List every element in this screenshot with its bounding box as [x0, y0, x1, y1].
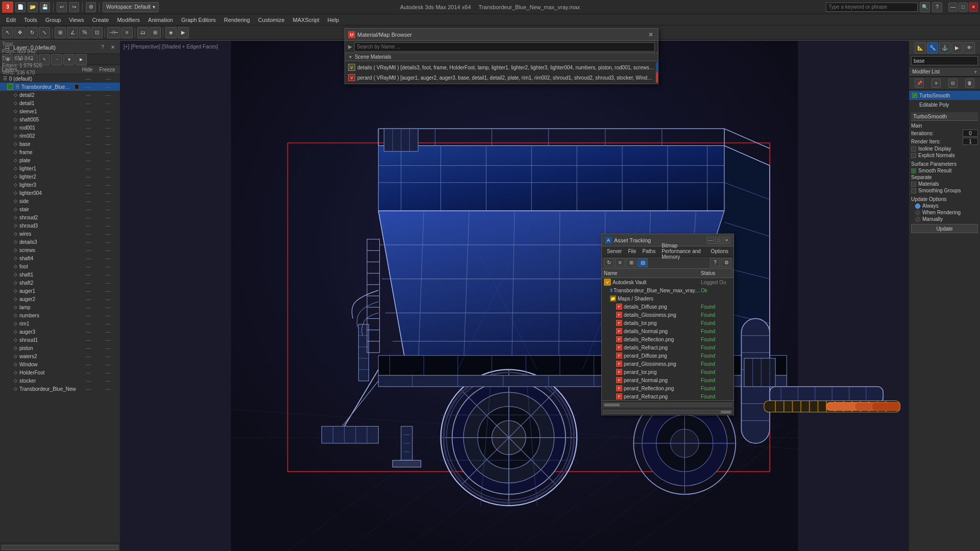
- list-item[interactable]: ◇ frame — —: [0, 148, 120, 156]
- list-item[interactable]: P details_lor.png Found: [602, 319, 733, 327]
- at-help-btn[interactable]: ?: [710, 258, 720, 267]
- list-item[interactable]: P details_Diffuse.png Found: [602, 303, 733, 311]
- list-item[interactable]: ◇ plate — —: [0, 156, 120, 164]
- list-item[interactable]: ◇ waiers2 — —: [0, 352, 120, 360]
- search-btn[interactable]: 🔍: [920, 2, 930, 12]
- at-scroll-thumb[interactable]: [604, 404, 620, 407]
- list-item[interactable]: ◇ detail2 — —: [0, 91, 120, 99]
- layer-help-btn[interactable]: ?: [99, 43, 107, 52]
- at-menu-server[interactable]: Server: [604, 246, 625, 257]
- list-item[interactable]: P details_Reflection.png Found: [602, 335, 733, 343]
- close-btn[interactable]: ✕: [969, 3, 978, 12]
- show-all-btn[interactable]: ≡: [932, 79, 941, 88]
- list-item[interactable]: ◇ shaft005 — —: [0, 115, 120, 123]
- at-folder-row[interactable]: 📁 Maps / Shaders: [602, 294, 733, 303]
- at-vertical-thumb[interactable]: [721, 411, 731, 414]
- list-item[interactable]: P perard_Diffuse.png Found: [602, 352, 733, 360]
- list-item[interactable]: ◇ numbers — —: [0, 311, 120, 319]
- list-item[interactable]: ◇ sleeve1 — —: [0, 107, 120, 115]
- menu-animation[interactable]: Animation: [144, 14, 177, 26]
- list-item[interactable]: ◇ screws — —: [0, 246, 120, 254]
- list-item[interactable]: ◇ rod001 — —: [0, 123, 120, 132]
- list-item[interactable]: ◇ lighter3 — —: [0, 181, 120, 189]
- viewport[interactable]: [+] [Perspective] [Shaded + Edged Faces]: [120, 41, 909, 551]
- menu-create[interactable]: Create: [88, 14, 113, 26]
- schematic-view-btn[interactable]: ⊞: [150, 27, 161, 38]
- list-item[interactable]: P details_Normal.png Found: [602, 327, 733, 335]
- delete-modifier-btn[interactable]: 🗑: [965, 79, 974, 88]
- modifier-list-dropdown[interactable]: ▾: [974, 69, 977, 74]
- render-iters-input[interactable]: [963, 138, 978, 145]
- at-scroll-bar[interactable]: [602, 400, 733, 408]
- material-browser-close-btn[interactable]: ✕: [647, 31, 655, 39]
- at-menu-options[interactable]: Options: [708, 246, 731, 257]
- undo-btn[interactable]: ↩: [57, 2, 67, 12]
- layer-visibility-check[interactable]: [7, 84, 13, 90]
- list-item[interactable]: ◇ lighter2 — —: [0, 172, 120, 181]
- when-rendering-radio[interactable]: [915, 210, 920, 215]
- list-item[interactable]: ◇ auger2 — —: [0, 295, 120, 303]
- list-item[interactable]: ◇ shaft2 — —: [0, 279, 120, 287]
- at-min-btn[interactable]: —: [707, 237, 714, 244]
- open-btn[interactable]: 📂: [28, 2, 38, 12]
- layer-expand-btn[interactable]: ▶: [76, 54, 87, 65]
- turbosmooth-modifier[interactable]: ✓ TurboSmooth: [909, 91, 980, 100]
- material-row[interactable]: V details ( VRayMtl ) [details3, foot, f…: [345, 62, 658, 72]
- at-menu-paths[interactable]: Paths: [640, 246, 659, 257]
- list-item[interactable]: ◇ wires — —: [0, 230, 120, 238]
- mirror-btn[interactable]: ⊣⊢: [107, 27, 120, 38]
- menu-graph-editors[interactable]: Graph Editors: [177, 14, 220, 26]
- list-item[interactable]: ◇ Transbordeur_Blue_New — —: [0, 385, 120, 393]
- list-item[interactable]: ◇ rim1 — —: [0, 319, 120, 328]
- list-item[interactable]: ◇ lighter1 — —: [0, 164, 120, 172]
- list-item[interactable]: P perard_lor.png Found: [602, 368, 733, 376]
- at-settings-btn[interactable]: ⚙: [721, 258, 731, 267]
- list-item[interactable]: ◇ detail1 — —: [0, 99, 120, 107]
- list-item[interactable]: ◇ piston — —: [0, 344, 120, 352]
- at-vault-row[interactable]: V Autodesk Vault Logged Ou: [602, 278, 733, 286]
- list-item[interactable]: ◇ shaft4 — —: [0, 254, 120, 262]
- scale-btn[interactable]: ⤡: [39, 27, 50, 38]
- at-menu-bitmap[interactable]: Bitmap Performance and Memory: [658, 246, 707, 257]
- manually-radio[interactable]: [915, 217, 920, 222]
- at-icon-view-btn[interactable]: ⊞: [626, 258, 636, 267]
- layer-close-btn[interactable]: ✕: [109, 43, 117, 52]
- list-item[interactable]: ◇ lighter004 — —: [0, 189, 120, 197]
- always-radio[interactable]: [915, 204, 920, 209]
- material-browser-section[interactable]: ▼ Scene Materials: [345, 53, 658, 61]
- at-refresh-btn[interactable]: ↻: [604, 258, 614, 267]
- modifier-active-check[interactable]: ✓: [912, 93, 917, 98]
- list-item[interactable]: ◇ shroud2 — —: [0, 213, 120, 221]
- angle-snap[interactable]: ∠: [67, 27, 78, 38]
- layer-active-btn[interactable]: ★: [63, 54, 75, 65]
- list-item[interactable]: P perard_Normal.png Found: [602, 376, 733, 384]
- layer-manager-btn[interactable]: 🗂: [137, 27, 149, 38]
- pin-modifier-btn[interactable]: 📌: [915, 79, 924, 88]
- help-btn[interactable]: ?: [932, 2, 942, 12]
- modify-mode-btn[interactable]: 🔧: [927, 42, 938, 54]
- iterations-input[interactable]: [963, 130, 978, 137]
- menu-maxscript[interactable]: MAXScript: [289, 14, 324, 26]
- editable-poly-modifier[interactable]: Editable Poly: [909, 100, 980, 109]
- menu-group[interactable]: Group: [41, 14, 65, 26]
- list-item[interactable]: ◇ stocker — —: [0, 377, 120, 385]
- collapse-btn[interactable]: ⊟: [948, 79, 958, 88]
- save-btn[interactable]: 💾: [40, 2, 50, 12]
- list-item[interactable]: ◇ Window — —: [0, 360, 120, 368]
- at-horizontal-scroll[interactable]: [603, 403, 732, 407]
- menu-modifiers[interactable]: Modifiers: [113, 14, 144, 26]
- smoothing-groups-checkbox[interactable]: [911, 188, 916, 193]
- menu-customize[interactable]: Customize: [254, 14, 289, 26]
- new-btn[interactable]: 📄: [15, 2, 26, 12]
- menu-help[interactable]: Help: [324, 14, 344, 26]
- material-row[interactable]: V perard ( VRayMtl ) [auger1, auger2, au…: [345, 72, 658, 83]
- list-item[interactable]: P perard_Reflection.png Found: [602, 384, 733, 392]
- menu-views[interactable]: Views: [65, 14, 88, 26]
- material-browser-search-input[interactable]: [354, 42, 655, 52]
- list-item[interactable]: ☰ Transbordeur_Blue_New — —: [0, 83, 120, 91]
- create-mode-btn[interactable]: 📐: [915, 42, 926, 54]
- menu-rendering[interactable]: Rendering: [220, 14, 254, 26]
- list-item[interactable]: P details_Refract.png Found: [602, 343, 733, 352]
- list-item[interactable]: P perard_Glossiness.png Found: [602, 360, 733, 368]
- max-btn[interactable]: □: [959, 3, 968, 12]
